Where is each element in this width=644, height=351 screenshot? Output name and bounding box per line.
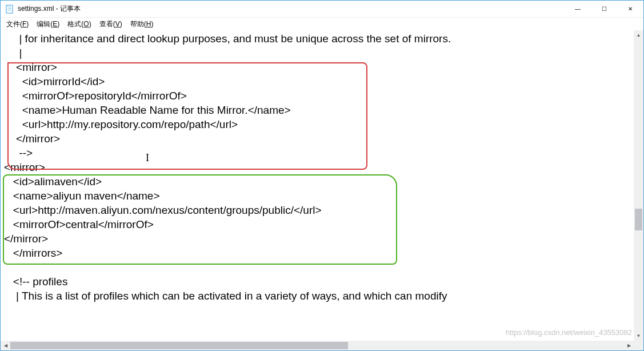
menu-bar: 文件(F) 编辑(E) 格式(O) 查看(V) 帮助(H) bbox=[1, 18, 643, 30]
minimize-button[interactable]: — bbox=[565, 1, 591, 18]
menu-format[interactable]: 格式(O) bbox=[64, 18, 94, 30]
svg-rect-0 bbox=[6, 5, 13, 13]
text-content[interactable]: | for inheritance and direct lookup purp… bbox=[1, 30, 643, 304]
notepad-icon bbox=[5, 5, 14, 14]
window-title: settings.xml - 记事本 bbox=[18, 4, 81, 14]
maximize-button[interactable]: ☐ bbox=[591, 1, 617, 18]
title-bar: settings.xml - 记事本 — ☐ ✕ bbox=[1, 1, 643, 18]
scroll-down-icon[interactable]: ▼ bbox=[634, 331, 643, 341]
menu-file[interactable]: 文件(F) bbox=[3, 18, 32, 30]
hscroll-thumb[interactable] bbox=[10, 342, 348, 349]
scroll-right-icon[interactable]: ▶ bbox=[624, 341, 634, 350]
scrollbar-corner bbox=[634, 341, 643, 350]
horizontal-scrollbar[interactable]: ◀ ▶ bbox=[1, 341, 634, 350]
close-button[interactable]: ✕ bbox=[617, 1, 643, 18]
window-controls: — ☐ ✕ bbox=[565, 1, 643, 18]
menu-edit[interactable]: 编辑(E) bbox=[33, 18, 63, 30]
vscroll-thumb[interactable] bbox=[635, 209, 642, 230]
scroll-left-icon[interactable]: ◀ bbox=[1, 341, 10, 350]
hscroll-track[interactable] bbox=[10, 341, 624, 350]
editor-area: | for inheritance and direct lookup purp… bbox=[1, 30, 643, 341]
vscroll-track[interactable] bbox=[634, 40, 643, 331]
scroll-up-icon[interactable]: ▲ bbox=[634, 30, 643, 40]
vertical-scrollbar[interactable]: ▲ ▼ bbox=[634, 30, 643, 341]
menu-help[interactable]: 帮助(H) bbox=[127, 18, 157, 30]
menu-view[interactable]: 查看(V) bbox=[96, 18, 126, 30]
